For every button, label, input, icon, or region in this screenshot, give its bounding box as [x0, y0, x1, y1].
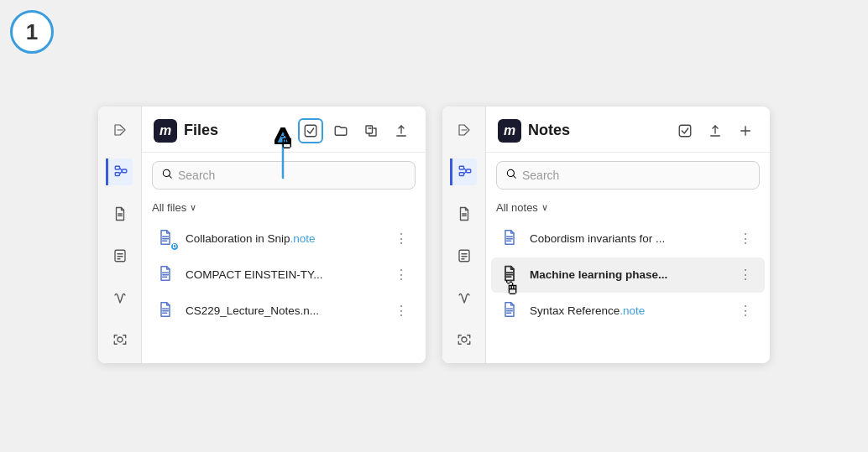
right-panel-header: m Notes: [486, 107, 770, 153]
svg-rect-36: [459, 250, 469, 262]
upload-button-left[interactable]: [389, 118, 414, 143]
formula-icon-left: [112, 290, 128, 305]
plus-icon-right: [738, 123, 753, 138]
sidebar-item-scan-left[interactable]: [107, 326, 133, 353]
file-name-3: CS229_Lecture_Notes.n...: [186, 304, 384, 317]
svg-rect-13: [366, 126, 373, 133]
note-more-button-1[interactable]: ⋮: [736, 230, 755, 248]
right-app-logo: m: [498, 119, 521, 143]
step-badge: 1: [10, 10, 54, 54]
scan-icon-right: [457, 332, 472, 347]
more-button-1[interactable]: ⋮: [392, 230, 410, 248]
sidebar-item-tree-left[interactable]: [106, 158, 133, 185]
file-icon-right: [457, 206, 472, 221]
note-icon-2: [501, 265, 521, 285]
left-filter-row[interactable]: All files ∨: [142, 198, 426, 221]
right-sidebar: [442, 107, 486, 363]
right-panel-main: m Notes: [486, 107, 770, 363]
right-search-bar[interactable]: Search: [496, 161, 760, 190]
sidebar-icon-logo-left: [107, 117, 133, 143]
formula-icon-right: [457, 290, 472, 305]
svg-line-19: [170, 175, 172, 178]
right-search-placeholder: Search: [522, 169, 559, 182]
file-icon-left: [112, 206, 128, 221]
note-more-button-2[interactable]: ⋮: [736, 266, 755, 284]
tree-icon-right: [458, 164, 473, 179]
svg-rect-29: [459, 166, 463, 169]
scan-icon-left: [112, 332, 128, 347]
sidebar-item-formula-left[interactable]: [107, 284, 133, 311]
folder-open-icon-left: [333, 123, 348, 138]
note-icon-1: [501, 229, 521, 249]
file-item-1[interactable]: D Collaboration in Snip.note ⋮: [147, 221, 421, 257]
note-icon-3: [501, 301, 521, 321]
tree-icon-left: [113, 164, 128, 179]
select-all-button-left[interactable]: [298, 118, 323, 143]
left-app-logo: m: [154, 119, 177, 143]
pdf-icon-right: [457, 248, 472, 263]
panels-container: m Files: [98, 107, 770, 363]
svg-rect-1: [115, 172, 119, 175]
svg-rect-12: [305, 125, 316, 137]
upload-icon-right: [708, 123, 723, 138]
file-name-1: Collaboration in Snip.note: [186, 232, 384, 245]
search-icon-right: [505, 168, 517, 183]
sidebar-item-pdf-left[interactable]: [107, 242, 133, 269]
sidebar-item-scan-right[interactable]: [451, 326, 478, 353]
svg-rect-2: [122, 169, 126, 173]
right-filter-row[interactable]: All notes ∨: [486, 198, 770, 221]
more-button-2[interactable]: ⋮: [392, 266, 410, 284]
sidebar-item-pdf-right[interactable]: [451, 242, 478, 269]
svg-rect-41: [679, 125, 691, 137]
checkbox-icon-right: [677, 123, 693, 138]
sidebar-item-files-left[interactable]: [107, 200, 133, 227]
open-folder-button-left[interactable]: [328, 118, 353, 143]
left-panel: m Files: [98, 107, 426, 363]
right-note-list: Cobordism invariants for ... ⋮: [486, 221, 770, 363]
sidebar-item-files-right[interactable]: [451, 200, 478, 227]
left-search-bar[interactable]: Search: [152, 161, 416, 190]
svg-line-47: [514, 175, 516, 178]
svg-point-40: [462, 337, 467, 342]
svg-rect-7: [115, 250, 125, 262]
pdf-icon-left: [112, 248, 128, 263]
note-more-button-3[interactable]: ⋮: [736, 302, 755, 320]
add-button-right[interactable]: [733, 118, 758, 143]
file-icon-3: [157, 301, 177, 321]
left-panel-title: Files: [184, 122, 291, 139]
checkbox-icon-left: [303, 123, 318, 138]
sidebar-item-tree-right[interactable]: [450, 158, 477, 185]
avatar-badge-1: D: [170, 242, 179, 251]
right-filter-chevron: ∨: [541, 202, 548, 213]
file-icon-1: D: [157, 229, 177, 249]
export-button-left[interactable]: [358, 118, 384, 143]
logo-icon-left: [112, 122, 128, 138]
note-name-2: Machine learning phase...: [530, 268, 728, 281]
file-icon-2: [157, 265, 177, 285]
export-icon-left: [363, 123, 379, 138]
file-item-3[interactable]: CS229_Lecture_Notes.n... ⋮: [147, 294, 421, 329]
select-all-button-right[interactable]: [672, 118, 698, 143]
more-button-3[interactable]: ⋮: [392, 302, 410, 320]
note-name-3: Syntax Reference.note: [530, 304, 728, 317]
left-filter-chevron: ∨: [190, 202, 196, 213]
file-name-2: COMPACT EINSTEIN-TY...: [186, 268, 384, 281]
upload-button-right[interactable]: [703, 118, 728, 143]
right-header-actions: [672, 118, 758, 143]
step-number: 1: [26, 19, 38, 45]
note-item-2[interactable]: Machine learning phase... ⋮ 🖱: [491, 257, 765, 293]
svg-rect-31: [466, 169, 470, 173]
file-item-2[interactable]: COMPACT EINSTEIN-TY... ⋮: [147, 257, 421, 293]
left-search-placeholder: Search: [178, 169, 215, 182]
sidebar-item-formula-right[interactable]: [451, 284, 478, 311]
note-item-3[interactable]: Syntax Reference.note ⋮: [491, 294, 765, 329]
note-item-1[interactable]: Cobordism invariants for ... ⋮: [491, 221, 765, 257]
left-panel-header: m Files: [142, 107, 426, 153]
left-panel-main: m Files: [142, 107, 426, 363]
upload-icon-left: [394, 123, 409, 138]
left-sidebar: [98, 107, 142, 363]
svg-rect-30: [459, 172, 463, 175]
right-panel-title: Notes: [528, 122, 666, 139]
search-icon-left: [161, 168, 173, 183]
logo-icon-right: [457, 122, 472, 138]
